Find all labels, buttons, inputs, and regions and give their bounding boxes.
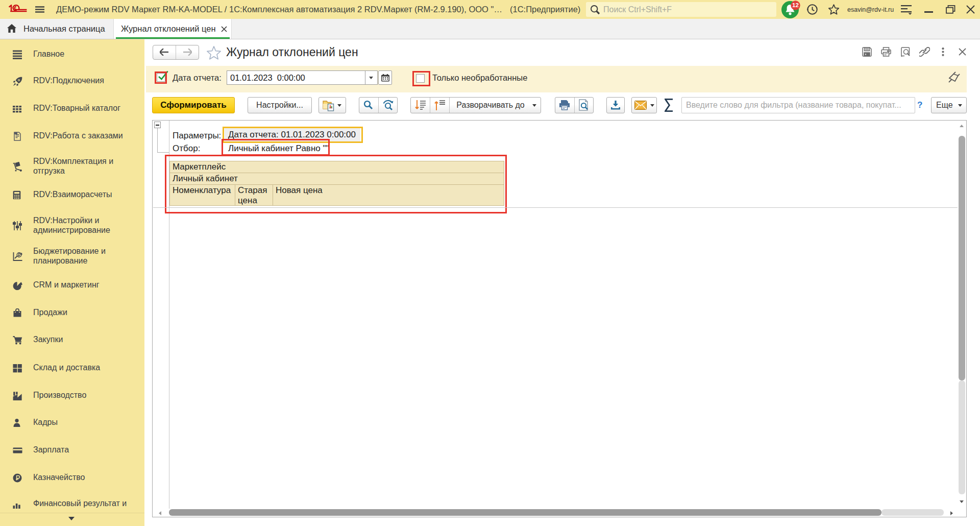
svg-text:12: 12: [792, 2, 799, 8]
